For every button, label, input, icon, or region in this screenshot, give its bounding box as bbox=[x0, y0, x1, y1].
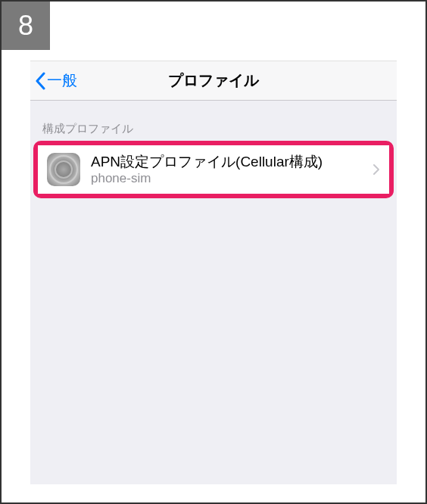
profile-subtitle: phone-sim bbox=[91, 171, 366, 186]
chevron-left-icon bbox=[35, 72, 45, 90]
profile-row[interactable]: APN設定プロファイル(Cellular構成) phone-sim bbox=[38, 145, 389, 194]
navigation-bar: 一般 プロファイル bbox=[30, 61, 397, 101]
page-title: プロファイル bbox=[168, 70, 259, 91]
chevron-right-icon bbox=[372, 163, 380, 176]
step-number-badge: 8 bbox=[2, 2, 50, 50]
profile-title: APN設定プロファイル(Cellular構成) bbox=[91, 153, 366, 171]
back-button-label: 一般 bbox=[47, 70, 77, 91]
step-number: 8 bbox=[18, 10, 33, 42]
settings-gear-icon bbox=[47, 153, 80, 186]
section-header: 構成プロファイル bbox=[30, 101, 397, 142]
phone-screen: 一般 プロファイル 構成プロファイル APN設定プロファイル(Cellular構… bbox=[30, 61, 397, 484]
row-text: APN設定プロファイル(Cellular構成) phone-sim bbox=[91, 153, 366, 186]
back-button[interactable]: 一般 bbox=[30, 70, 77, 91]
highlight-box: APN設定プロファイル(Cellular構成) phone-sim bbox=[33, 141, 394, 198]
